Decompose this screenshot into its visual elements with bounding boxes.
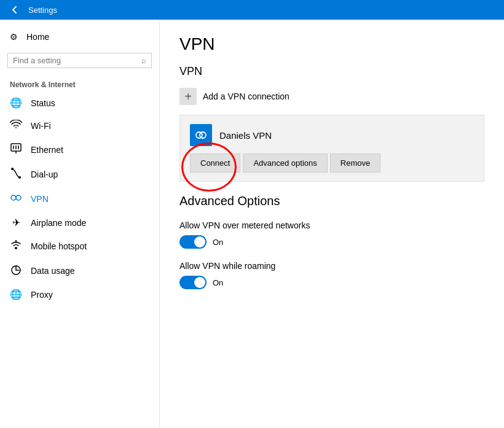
vpn-card-header: Daniels VPN [190, 124, 474, 146]
window-title: Settings [28, 6, 57, 15]
sidebar-item-label: VPN [31, 194, 49, 204]
advanced-options-title: Advanced Options [179, 194, 484, 208]
search-box[interactable]: ⌕ [7, 53, 152, 68]
back-button[interactable] [7, 2, 22, 17]
metered-networks-label: Allow VPN over metered networks [179, 220, 484, 230]
metered-networks-value: On [213, 238, 223, 247]
status-icon: 🌐 [10, 97, 22, 109]
advanced-options-section: Advanced Options Allow VPN over metered … [179, 194, 484, 289]
sidebar-item-label: Wi-Fi [31, 121, 51, 131]
roaming-value: On [213, 278, 223, 287]
main-content: VPN VPN + Add a VPN connection Daniels V… [160, 20, 504, 428]
vpn-connection-name: Daniels VPN [219, 130, 272, 141]
sidebar-item-label: Airplane mode [31, 218, 86, 228]
metered-networks-toggle[interactable] [179, 235, 207, 249]
sidebar-item-label: Dial-up [31, 169, 58, 179]
metered-networks-toggle-container: On [179, 235, 484, 249]
airplane-icon: ✈ [10, 217, 22, 228]
vpn-card-actions: Connect Advanced options Remove [190, 154, 474, 173]
sidebar-item-airplane[interactable]: ✈ Airplane mode [0, 211, 159, 234]
vpn-section-title: VPN [179, 65, 484, 78]
sidebar: ⚙ Home ⌕ Network & Internet 🌐 Status [0, 20, 160, 428]
sidebar-item-proxy[interactable]: 🌐 Proxy [0, 283, 159, 306]
sidebar-item-dialup[interactable]: Dial-up [0, 162, 159, 187]
sidebar-item-home[interactable]: ⚙ Home [0, 26, 159, 48]
svg-point-5 [11, 168, 14, 170]
sidebar-home-label: Home [26, 32, 49, 42]
remove-button[interactable]: Remove [330, 154, 380, 173]
ethernet-icon [10, 143, 22, 157]
svg-point-9 [15, 247, 17, 249]
sidebar-item-hotspot[interactable]: Mobile hotspot [0, 234, 159, 259]
home-icon: ⚙ [10, 32, 18, 42]
sidebar-item-label: Proxy [31, 290, 53, 300]
search-input[interactable] [13, 56, 141, 65]
sidebar-item-datausage[interactable]: Data usage [0, 259, 159, 283]
vpn-logo-icon [190, 124, 212, 146]
svg-point-15 [200, 132, 206, 138]
connect-button[interactable]: Connect [190, 154, 240, 173]
roaming-toggle-container: On [179, 276, 484, 289]
hotspot-icon [10, 239, 22, 253]
page-title: VPN [179, 34, 484, 54]
datausage-icon [10, 264, 22, 278]
add-vpn-row[interactable]: + Add a VPN connection [179, 88, 484, 105]
sidebar-item-wifi[interactable]: Wi-Fi [0, 114, 159, 138]
sidebar-item-vpn[interactable]: VPN [0, 187, 159, 211]
sidebar-item-ethernet[interactable]: Ethernet [0, 138, 159, 162]
svg-point-6 [18, 176, 21, 179]
sidebar-item-label: Mobile hotspot [31, 241, 87, 251]
advanced-options-button[interactable]: Advanced options [243, 154, 327, 173]
sidebar-section-label: Network & Internet [0, 77, 159, 91]
toggle-knob [194, 236, 205, 247]
title-bar: Settings [0, 0, 504, 20]
sidebar-item-status[interactable]: 🌐 Status [0, 91, 159, 114]
add-vpn-plus-icon: + [179, 88, 197, 105]
sidebar-item-label: Status [31, 98, 55, 108]
search-icon: ⌕ [141, 56, 146, 65]
app-body: ⚙ Home ⌕ Network & Internet 🌐 Status [0, 20, 504, 428]
add-vpn-label: Add a VPN connection [203, 91, 289, 101]
wifi-icon [10, 120, 22, 132]
roaming-toggle-row: Allow VPN while roaming On [179, 261, 484, 289]
roaming-label: Allow VPN while roaming [179, 261, 484, 271]
metered-networks-toggle-row: Allow VPN over metered networks On [179, 220, 484, 249]
vpn-icon [10, 192, 22, 206]
dialup-icon [10, 168, 22, 181]
sidebar-item-label: Data usage [31, 266, 75, 276]
sidebar-item-label: Ethernet [31, 145, 63, 155]
roaming-toggle[interactable] [179, 276, 207, 289]
proxy-icon: 🌐 [10, 289, 22, 300]
toggle-knob-2 [194, 277, 205, 288]
connect-wrapper: Connect [190, 154, 240, 173]
vpn-card: Daniels VPN Connect Advanced options Rem… [179, 115, 484, 182]
